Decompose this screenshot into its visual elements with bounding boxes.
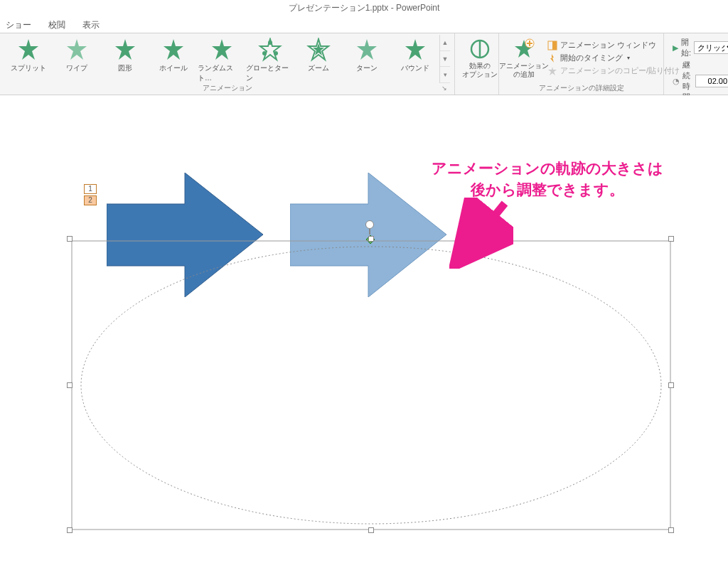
slide-canvas[interactable]: 1 2 アニメーションの軌跡の大きさは 後から調整できます。 (0, 95, 728, 575)
group-animation-launcher[interactable]: ↘ (440, 85, 449, 93)
ribbon-tabs: ショー 校閲 表示 (0, 16, 728, 33)
sel-handle-se[interactable] (668, 527, 674, 533)
add-animation-icon (513, 38, 535, 60)
gallery-scroll-down[interactable]: ▼ (440, 51, 450, 68)
tab-slideshow[interactable]: ショー (3, 18, 34, 33)
sel-handle-w[interactable] (67, 382, 73, 388)
painter-icon (547, 66, 557, 76)
svg-line-29 (462, 203, 505, 256)
svg-marker-4 (212, 39, 232, 60)
annotation-arrow-icon (449, 198, 513, 269)
play-icon: ▶ (673, 43, 678, 53)
svg-rect-26 (72, 241, 670, 530)
anim-shape-label: 図形 (118, 63, 132, 73)
sel-handle-e[interactable] (668, 382, 674, 388)
motion-path-selection[interactable] (69, 238, 673, 532)
effect-options-button[interactable]: 効果の オプション (459, 35, 500, 79)
effect-options-icon (469, 38, 491, 60)
svg-marker-2 (115, 39, 135, 60)
anim-zoom[interactable]: ズーム (294, 35, 343, 83)
rotation-handle[interactable] (365, 220, 374, 229)
ribbon: スプリット ワイプ 図形 ホイール ランダムスト… (0, 33, 728, 95)
group-timing: ▶ 開始: クリック時 ◔ 継続時間: ◕ 遅延: タイミ (664, 33, 728, 95)
sel-handle-sw[interactable] (67, 527, 73, 533)
duration-input[interactable] (695, 75, 728, 87)
gallery-scroll: ▲ ▼ ▾ (439, 35, 450, 83)
start-label: 開始: (681, 37, 691, 58)
sel-handle-nw[interactable] (67, 236, 73, 242)
gallery-more[interactable]: ▾ (440, 67, 450, 83)
add-animation-button[interactable]: アニメーション の追加 (503, 35, 545, 79)
trigger-button[interactable]: 開始のタイミング▾ (547, 53, 680, 63)
svg-marker-12 (405, 39, 425, 60)
add-animation-label: アニメーション の追加 (499, 62, 549, 79)
animation-pane-button[interactable]: アニメーション ウィンドウ (547, 40, 680, 50)
sel-handle-n[interactable] (368, 236, 374, 242)
svg-point-27 (81, 247, 661, 524)
anim-wheel[interactable]: ホイール (149, 35, 198, 83)
anim-growturn-label: グローとターン (246, 63, 294, 83)
sel-handle-s[interactable] (368, 527, 374, 533)
anim-growturn[interactable]: グローとターン (246, 35, 294, 83)
animation-gallery: スプリット ワイプ 図形 ホイール ランダムスト… (4, 35, 439, 83)
window-title: プレゼンテーション1.pptx - PowerPoint (289, 2, 440, 14)
anim-wheel-label: ホイール (159, 63, 188, 73)
anim-wipe-label: ワイプ (66, 63, 87, 73)
group-effect-options: 効果の オプション (455, 33, 499, 95)
anim-bounce-label: バウンド (401, 63, 429, 73)
anim-zoom-label: ズーム (308, 63, 329, 73)
animation-painter-button: アニメーションのコピー/貼り付け (547, 65, 680, 76)
animation-pane-icon (547, 41, 557, 50)
title-bar: プレゼンテーション1.pptx - PowerPoint (0, 0, 728, 16)
svg-point-8 (274, 51, 278, 55)
svg-marker-3 (164, 39, 183, 60)
group-advanced-animation: アニメーション の追加 アニメーション ウィンドウ 開始のタイミング▾ アニメー… (499, 33, 664, 95)
sel-handle-ne[interactable] (668, 236, 674, 242)
group-animation: スプリット ワイプ 図形 ホイール ランダムスト… (0, 33, 455, 95)
anim-split-label: スプリット (11, 63, 46, 73)
svg-marker-21 (550, 54, 554, 63)
svg-point-7 (268, 41, 272, 45)
tab-view[interactable]: 表示 (80, 18, 102, 33)
anim-randombars-label: ランダムスト… (198, 63, 246, 83)
trigger-icon (547, 53, 557, 63)
clock-icon: ◔ (673, 77, 680, 86)
anim-split[interactable]: スプリット (4, 35, 53, 83)
animation-tag-2[interactable]: 2 (84, 195, 97, 205)
svg-marker-11 (357, 39, 377, 60)
annotation-text: アニメーションの軌跡の大きさは 後から調整できます。 (416, 158, 679, 201)
anim-turn-label: ターン (356, 63, 378, 73)
anim-bounce[interactable]: バウンド (391, 35, 439, 83)
svg-marker-22 (548, 67, 557, 75)
anim-shape[interactable]: 図形 (101, 35, 149, 83)
group-animation-label: アニメーション ↘ (4, 83, 450, 95)
animation-tag-1[interactable]: 1 (84, 184, 97, 194)
svg-rect-20 (552, 41, 557, 50)
gallery-scroll-up[interactable]: ▲ (440, 35, 450, 51)
anim-turn[interactable]: ターン (343, 35, 391, 83)
svg-marker-1 (67, 39, 87, 60)
group-advanced-label: アニメーションの詳細設定 (503, 83, 659, 95)
svg-marker-0 (18, 39, 38, 60)
anim-randombars[interactable]: ランダムスト… (198, 35, 246, 83)
tab-review[interactable]: 校閲 (46, 18, 68, 33)
anim-wipe[interactable]: ワイプ (53, 35, 101, 83)
effect-options-label: 効果の オプション (462, 62, 498, 79)
svg-point-6 (262, 51, 267, 55)
start-select[interactable]: クリック時 (694, 41, 728, 54)
